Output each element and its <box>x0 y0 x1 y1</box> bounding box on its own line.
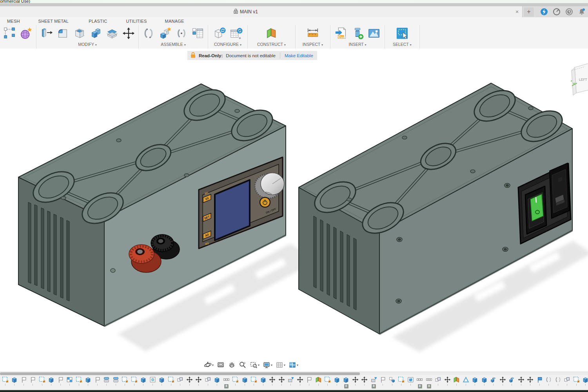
sketch-feature[interactable] <box>1 376 9 389</box>
component-feature[interactable] <box>19 376 28 389</box>
close-tab-button[interactable]: ✕ <box>514 8 521 15</box>
pattern-feature[interactable]: + <box>222 376 230 389</box>
group-label-select[interactable]: SELECT ▾ <box>393 42 412 47</box>
model-rear-view[interactable] <box>299 83 588 352</box>
move-feature[interactable] <box>194 376 203 389</box>
copy-feature[interactable] <box>203 376 212 389</box>
group-label-insert[interactable]: INSERT ▾ <box>348 42 366 47</box>
pattern-feature[interactable]: + <box>425 376 433 389</box>
expand-group-badge[interactable]: + <box>417 384 423 389</box>
measure-button[interactable] <box>305 25 321 41</box>
pattern-feature[interactable]: + <box>416 376 424 389</box>
shell-button[interactable] <box>71 25 87 41</box>
component-feature[interactable] <box>56 376 65 389</box>
group-label-assemble[interactable]: ASSEMBLE ▾ <box>161 42 186 47</box>
job-status-icon[interactable] <box>553 8 561 16</box>
component-feature[interactable] <box>379 376 387 389</box>
create-form-button[interactable] <box>18 25 34 41</box>
insert-feature[interactable] <box>287 376 295 389</box>
joint-feature[interactable] <box>554 376 562 389</box>
tab-manage[interactable]: MANAGE <box>163 19 186 24</box>
plane-feature[interactable] <box>452 376 461 389</box>
extrude-feature[interactable] <box>158 376 166 389</box>
combine-feature[interactable] <box>489 376 498 389</box>
shell-feature[interactable] <box>102 376 111 389</box>
combine-feature[interactable] <box>508 376 516 389</box>
grid-tool[interactable]: ▾ <box>275 360 286 370</box>
scrollbar-thumb[interactable] <box>0 372 360 375</box>
extrude-feature[interactable]: + <box>342 376 350 389</box>
move-feature[interactable] <box>277 376 286 389</box>
move-feature[interactable] <box>360 376 369 389</box>
document-tab[interactable]: MAIN v1 ✕ <box>0 6 523 17</box>
chevron-down-icon[interactable]: ▾ <box>258 363 260 367</box>
expand-group-badge[interactable]: + <box>371 384 376 389</box>
viewport-canvas[interactable]: M1 V/I SET A/I M2 <box>0 49 588 375</box>
select-button[interactable] <box>394 25 410 41</box>
move-feature[interactable] <box>268 376 277 389</box>
shell-feature[interactable] <box>111 376 120 389</box>
tab-utilities[interactable]: UTILITIES <box>124 19 148 24</box>
extrude-feature[interactable] <box>480 376 488 389</box>
version-history-icon[interactable] <box>565 8 573 16</box>
move-copy-button[interactable] <box>120 25 137 41</box>
iec-inlet[interactable] <box>550 163 570 218</box>
extrude-feature[interactable] <box>581 376 588 389</box>
move-feature[interactable] <box>296 376 304 389</box>
copy-feature[interactable] <box>434 376 443 389</box>
extrude-feature[interactable] <box>10 376 19 389</box>
notifications-icon[interactable] <box>578 8 586 16</box>
new-tab-button[interactable]: + <box>524 7 534 16</box>
joint-feature[interactable] <box>544 376 553 389</box>
extrude-feature[interactable] <box>213 376 221 389</box>
extrude-feature[interactable] <box>332 376 341 389</box>
sketch-feature[interactable] <box>121 376 129 389</box>
configuration-table-button[interactable] <box>228 25 244 41</box>
sketch-feature[interactable] <box>572 376 581 389</box>
split-body-button[interactable] <box>104 25 120 41</box>
sketch-feature[interactable] <box>130 376 138 389</box>
pan-tool[interactable] <box>227 360 236 370</box>
insert-feature[interactable]: + <box>369 376 378 389</box>
rocker-switch[interactable] <box>525 186 546 234</box>
model-front-view[interactable]: M1 V/I SET A/I M2 <box>15 83 318 375</box>
move-feature[interactable] <box>517 376 525 389</box>
canvas-button[interactable] <box>366 25 382 41</box>
tab-plastic[interactable]: PLASTIC <box>87 19 109 24</box>
display-settings-tool[interactable]: ▾ <box>262 360 273 370</box>
as-built-joint-button[interactable] <box>173 25 190 41</box>
component-feature[interactable] <box>93 376 102 389</box>
appearance-feature[interactable] <box>406 376 415 389</box>
extensions-icon[interactable] <box>540 8 548 16</box>
chevron-down-icon[interactable]: ▾ <box>271 363 272 367</box>
move-feature[interactable] <box>185 376 194 389</box>
extrude-feature[interactable] <box>47 376 56 389</box>
chevron-down-icon[interactable]: ▾ <box>297 363 298 367</box>
component-blue-feature[interactable] <box>535 376 544 389</box>
joint-button[interactable] <box>140 25 157 41</box>
component-feature[interactable] <box>29 376 37 389</box>
sketch-feature[interactable] <box>38 376 46 389</box>
copy-feature[interactable] <box>176 376 185 389</box>
extrude-feature[interactable] <box>240 376 249 389</box>
move-feature[interactable] <box>526 376 535 389</box>
group-label-construct[interactable]: CONSTRUCT ▾ <box>257 42 286 47</box>
make-editable-link[interactable]: Make Editable <box>285 53 313 58</box>
group-label-inspect[interactable]: INSPECT ▾ <box>303 42 323 47</box>
zoom-tool[interactable]: ± <box>238 360 247 370</box>
extrude-feature[interactable] <box>84 376 93 389</box>
parts-list-button[interactable] <box>190 25 206 41</box>
sketch-feature[interactable] <box>323 376 332 389</box>
configuration-button[interactable] <box>211 25 228 41</box>
extrude-feature[interactable] <box>139 376 148 389</box>
section-feature[interactable] <box>65 376 74 389</box>
power-button[interactable] <box>260 198 270 207</box>
triangle-feature[interactable] <box>461 376 470 389</box>
move-feature[interactable] <box>498 376 507 389</box>
press-pull-button[interactable] <box>38 25 54 41</box>
insert-svg-button[interactable]: SVG <box>333 25 349 41</box>
expand-group-badge[interactable]: + <box>426 384 432 389</box>
group-label-modify[interactable]: MODIFY ▾ <box>78 42 97 47</box>
chevron-down-icon[interactable]: ▾ <box>212 363 214 367</box>
expand-group-badge[interactable]: + <box>344 384 349 389</box>
